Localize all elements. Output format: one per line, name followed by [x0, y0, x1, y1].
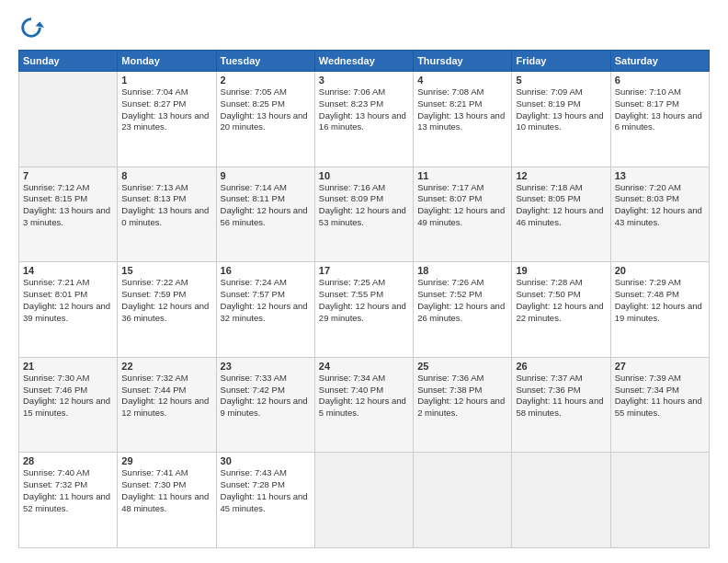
- day-info: Sunrise: 7:14 AMSunset: 8:11 PMDaylight:…: [221, 182, 311, 229]
- calendar-cell: 7Sunrise: 7:12 AMSunset: 8:15 PMDaylight…: [19, 167, 118, 262]
- day-info: Sunrise: 7:26 AMSunset: 7:52 PMDaylight:…: [417, 277, 507, 324]
- day-number: 23: [221, 361, 311, 372]
- day-info: Sunrise: 7:32 AMSunset: 7:44 PMDaylight:…: [121, 373, 211, 419]
- calendar-cell: 17Sunrise: 7:25 AMSunset: 7:55 PMDayligh…: [314, 262, 413, 358]
- calendar-cell: 25Sunrise: 7:36 AMSunset: 7:38 PMDayligh…: [414, 357, 512, 453]
- day-info: Sunrise: 7:28 AMSunset: 7:50 PMDaylight:…: [516, 277, 606, 324]
- calendar-cell: 1Sunrise: 7:04 AMSunset: 8:27 PMDaylight…: [118, 72, 216, 167]
- calendar-cell: 9Sunrise: 7:14 AMSunset: 8:11 PMDaylight…: [216, 167, 314, 262]
- day-number: 12: [516, 170, 606, 181]
- weekday-header: Tuesday: [216, 51, 314, 72]
- day-number: 28: [23, 455, 113, 466]
- calendar-cell: 5Sunrise: 7:09 AMSunset: 8:19 PMDaylight…: [512, 72, 610, 167]
- calendar-cell: 20Sunrise: 7:29 AMSunset: 7:48 PMDayligh…: [610, 262, 709, 358]
- day-info: Sunrise: 7:18 AMSunset: 8:05 PMDaylight:…: [516, 182, 606, 229]
- calendar-cell: 8Sunrise: 7:13 AMSunset: 8:13 PMDaylight…: [118, 167, 216, 262]
- calendar-cell: [19, 72, 118, 167]
- day-info: Sunrise: 7:43 AMSunset: 7:28 PMDaylight:…: [221, 467, 311, 514]
- calendar-cell: 18Sunrise: 7:26 AMSunset: 7:52 PMDayligh…: [414, 262, 512, 358]
- day-number: 1: [121, 75, 211, 86]
- calendar-cell: [512, 453, 610, 548]
- day-info: Sunrise: 7:06 AMSunset: 8:23 PMDaylight:…: [319, 86, 409, 133]
- day-number: 22: [121, 361, 211, 372]
- calendar-cell: [414, 453, 512, 548]
- day-number: 17: [319, 265, 409, 276]
- day-info: Sunrise: 7:39 AMSunset: 7:34 PMDaylight:…: [615, 373, 705, 419]
- header: [18, 15, 710, 40]
- calendar-cell: 22Sunrise: 7:32 AMSunset: 7:44 PMDayligh…: [118, 357, 216, 453]
- day-number: 14: [23, 265, 113, 276]
- weekday-header: Wednesday: [314, 51, 413, 72]
- calendar-cell: [610, 453, 709, 548]
- day-number: 26: [516, 361, 606, 372]
- calendar-cell: 11Sunrise: 7:17 AMSunset: 8:07 PMDayligh…: [414, 167, 512, 262]
- day-info: Sunrise: 7:13 AMSunset: 8:13 PMDaylight:…: [121, 182, 211, 229]
- logo-icon: [18, 15, 44, 40]
- calendar-cell: 16Sunrise: 7:24 AMSunset: 7:57 PMDayligh…: [216, 262, 314, 358]
- day-info: Sunrise: 7:22 AMSunset: 7:59 PMDaylight:…: [121, 277, 211, 324]
- calendar-cell: 23Sunrise: 7:33 AMSunset: 7:42 PMDayligh…: [216, 357, 314, 453]
- day-info: Sunrise: 7:20 AMSunset: 8:03 PMDaylight:…: [615, 182, 705, 229]
- calendar-week-row: 14Sunrise: 7:21 AMSunset: 8:01 PMDayligh…: [19, 262, 710, 358]
- day-number: 13: [615, 170, 705, 181]
- calendar-week-row: 1Sunrise: 7:04 AMSunset: 8:27 PMDaylight…: [19, 72, 710, 167]
- logo: [18, 15, 48, 40]
- day-number: 21: [23, 361, 113, 372]
- day-info: Sunrise: 7:30 AMSunset: 7:46 PMDaylight:…: [23, 373, 113, 419]
- day-number: 11: [417, 170, 507, 181]
- day-info: Sunrise: 7:37 AMSunset: 7:36 PMDaylight:…: [516, 373, 606, 419]
- calendar-cell: 3Sunrise: 7:06 AMSunset: 8:23 PMDaylight…: [314, 72, 413, 167]
- svg-marker-0: [36, 21, 44, 28]
- calendar-cell: 10Sunrise: 7:16 AMSunset: 8:09 PMDayligh…: [314, 167, 413, 262]
- calendar-cell: 12Sunrise: 7:18 AMSunset: 8:05 PMDayligh…: [512, 167, 610, 262]
- day-info: Sunrise: 7:21 AMSunset: 8:01 PMDaylight:…: [23, 277, 113, 324]
- calendar-cell: 13Sunrise: 7:20 AMSunset: 8:03 PMDayligh…: [610, 167, 709, 262]
- day-info: Sunrise: 7:16 AMSunset: 8:09 PMDaylight:…: [319, 182, 409, 229]
- calendar-cell: 24Sunrise: 7:34 AMSunset: 7:40 PMDayligh…: [314, 357, 413, 453]
- calendar-cell: [314, 453, 413, 548]
- day-number: 30: [221, 455, 311, 466]
- day-info: Sunrise: 7:34 AMSunset: 7:40 PMDaylight:…: [319, 373, 409, 419]
- calendar-cell: 26Sunrise: 7:37 AMSunset: 7:36 PMDayligh…: [512, 357, 610, 453]
- day-info: Sunrise: 7:24 AMSunset: 7:57 PMDaylight:…: [221, 277, 311, 324]
- page: SundayMondayTuesdayWednesdayThursdayFrid…: [0, 0, 728, 563]
- day-number: 15: [121, 265, 211, 276]
- calendar-cell: 4Sunrise: 7:08 AMSunset: 8:21 PMDaylight…: [414, 72, 512, 167]
- day-number: 8: [121, 170, 211, 181]
- day-number: 3: [319, 75, 409, 86]
- calendar-cell: 19Sunrise: 7:28 AMSunset: 7:50 PMDayligh…: [512, 262, 610, 358]
- day-number: 25: [417, 361, 507, 372]
- day-info: Sunrise: 7:04 AMSunset: 8:27 PMDaylight:…: [121, 86, 211, 133]
- day-number: 18: [417, 265, 507, 276]
- day-number: 10: [319, 170, 409, 181]
- day-number: 2: [221, 75, 311, 86]
- day-info: Sunrise: 7:36 AMSunset: 7:38 PMDaylight:…: [417, 373, 507, 419]
- day-number: 4: [417, 75, 507, 86]
- day-info: Sunrise: 7:05 AMSunset: 8:25 PMDaylight:…: [221, 86, 311, 133]
- calendar-week-row: 7Sunrise: 7:12 AMSunset: 8:15 PMDaylight…: [19, 167, 710, 262]
- calendar-header-row: SundayMondayTuesdayWednesdayThursdayFrid…: [19, 51, 710, 72]
- weekday-header: Monday: [118, 51, 216, 72]
- calendar-week-row: 21Sunrise: 7:30 AMSunset: 7:46 PMDayligh…: [19, 357, 710, 453]
- calendar-cell: 29Sunrise: 7:41 AMSunset: 7:30 PMDayligh…: [118, 453, 216, 548]
- weekday-header: Sunday: [19, 51, 118, 72]
- weekday-header: Friday: [512, 51, 610, 72]
- day-info: Sunrise: 7:40 AMSunset: 7:32 PMDaylight:…: [23, 467, 113, 514]
- day-number: 29: [121, 455, 211, 466]
- calendar-cell: 21Sunrise: 7:30 AMSunset: 7:46 PMDayligh…: [19, 357, 118, 453]
- calendar-cell: 28Sunrise: 7:40 AMSunset: 7:32 PMDayligh…: [19, 453, 118, 548]
- calendar-week-row: 28Sunrise: 7:40 AMSunset: 7:32 PMDayligh…: [19, 453, 710, 548]
- day-number: 5: [516, 75, 606, 86]
- calendar-cell: 2Sunrise: 7:05 AMSunset: 8:25 PMDaylight…: [216, 72, 314, 167]
- day-number: 16: [221, 265, 311, 276]
- day-info: Sunrise: 7:33 AMSunset: 7:42 PMDaylight:…: [221, 373, 311, 419]
- day-info: Sunrise: 7:09 AMSunset: 8:19 PMDaylight:…: [516, 86, 606, 133]
- day-info: Sunrise: 7:08 AMSunset: 8:21 PMDaylight:…: [417, 86, 507, 133]
- day-number: 19: [516, 265, 606, 276]
- weekday-header: Thursday: [414, 51, 512, 72]
- calendar-cell: 14Sunrise: 7:21 AMSunset: 8:01 PMDayligh…: [19, 262, 118, 358]
- day-info: Sunrise: 7:41 AMSunset: 7:30 PMDaylight:…: [121, 467, 211, 514]
- weekday-header: Saturday: [610, 51, 709, 72]
- day-info: Sunrise: 7:17 AMSunset: 8:07 PMDaylight:…: [417, 182, 507, 229]
- day-number: 7: [23, 170, 113, 181]
